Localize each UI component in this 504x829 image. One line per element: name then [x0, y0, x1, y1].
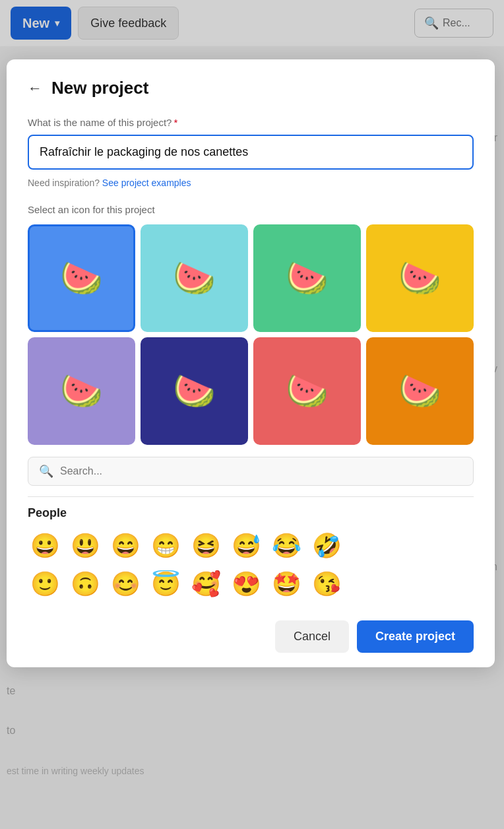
- see-examples-link[interactable]: See project examples: [102, 178, 191, 188]
- watermelon-icon-1: 🍉: [173, 258, 216, 298]
- icon-tile-2[interactable]: 🍉: [253, 224, 361, 332]
- emoji-rofl[interactable]: 🤣: [309, 529, 344, 562]
- emoji-row-1: 😀 😃 😄 😁 😆 😅 😂 🤣: [28, 529, 474, 562]
- emoji-joy[interactable]: 😂: [269, 529, 304, 562]
- icon-search-input[interactable]: [60, 465, 462, 477]
- icon-tile-3[interactable]: 🍉: [366, 224, 474, 332]
- emoji-kissing-heart[interactable]: 😘: [309, 568, 344, 601]
- emoji-slightly-smiling[interactable]: 🙂: [28, 568, 63, 601]
- modal-header: ← New project: [28, 78, 474, 98]
- emoji-innocent[interactable]: 😇: [148, 568, 183, 601]
- emoji-grin[interactable]: 😁: [148, 529, 183, 562]
- icon-section-label: Select an icon for this project: [28, 204, 474, 215]
- icon-tile-0[interactable]: 🍉: [28, 224, 135, 332]
- emoji-smile[interactable]: 😄: [108, 529, 143, 562]
- watermelon-icon-0: 🍉: [60, 258, 103, 298]
- icon-tile-7[interactable]: 🍉: [366, 337, 474, 445]
- emoji-sweat-smile[interactable]: 😅: [229, 529, 264, 562]
- back-button[interactable]: ←: [28, 80, 42, 97]
- emoji-grinning[interactable]: 😀: [28, 529, 63, 562]
- project-name-label: What is the name of this project?*: [28, 117, 474, 128]
- watermelon-icon-6: 🍉: [286, 371, 329, 411]
- watermelon-icon-3: 🍉: [398, 258, 441, 298]
- watermelon-icon-2: 🍉: [286, 258, 329, 298]
- cancel-button[interactable]: Cancel: [275, 620, 349, 653]
- required-star: *: [173, 117, 177, 128]
- emoji-laughing[interactable]: 😆: [189, 529, 224, 562]
- emoji-smiling-hearts[interactable]: 🥰: [189, 568, 224, 601]
- section-divider: [28, 496, 474, 497]
- project-name-input[interactable]: [28, 135, 474, 170]
- emoji-section-label: People: [28, 506, 474, 520]
- emoji-blush[interactable]: 😊: [108, 568, 143, 601]
- watermelon-icon-5: 🍉: [173, 371, 216, 411]
- emoji-row-2: 🙂 🙃 😊 😇 🥰 😍 🤩 😘: [28, 568, 474, 603]
- icon-grid: 🍉 🍉 🍉 🍉 🍉 🍉 🍉 🍉: [28, 224, 474, 445]
- icon-tile-5[interactable]: 🍉: [141, 337, 248, 445]
- watermelon-icon-4: 🍉: [60, 371, 103, 411]
- emoji-heart-eyes[interactable]: 😍: [229, 568, 264, 601]
- icon-tile-1[interactable]: 🍉: [141, 224, 248, 332]
- modal-footer: Cancel Create project: [28, 609, 474, 667]
- watermelon-icon-7: 🍉: [398, 371, 441, 411]
- new-project-modal: ← New project What is the name of this p…: [7, 59, 495, 667]
- icon-tile-4[interactable]: 🍉: [28, 337, 135, 445]
- emoji-smiley[interactable]: 😃: [68, 529, 103, 562]
- search-icon: 🔍: [39, 464, 53, 479]
- emoji-upside-down[interactable]: 🙃: [68, 568, 103, 601]
- modal-title: New project: [51, 78, 148, 98]
- emoji-star-struck[interactable]: 🤩: [269, 568, 304, 601]
- inspiration-text: Need inspiration? See project examples: [28, 178, 474, 188]
- icon-tile-6[interactable]: 🍉: [253, 337, 361, 445]
- create-project-button[interactable]: Create project: [357, 620, 474, 653]
- icon-search-container: 🔍: [28, 457, 474, 486]
